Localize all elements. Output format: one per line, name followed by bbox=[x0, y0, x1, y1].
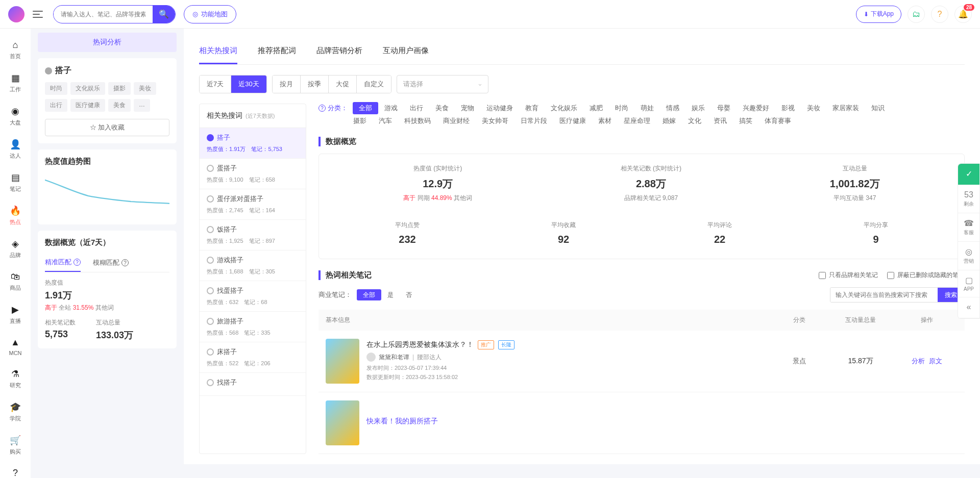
cat-文化[interactable]: 文化 bbox=[682, 115, 707, 127]
nav-item-购买[interactable]: 🛒购买 bbox=[0, 429, 31, 462]
nav-item-学院[interactable]: 🎓学院 bbox=[0, 395, 31, 429]
cat-婚嫁[interactable]: 婚嫁 bbox=[656, 115, 682, 127]
cat-美女帅哥[interactable]: 美女帅哥 bbox=[476, 115, 514, 127]
hot-item[interactable]: 搭子热度值：1.91万 笔记：5,753 bbox=[200, 128, 306, 159]
notes-search-input[interactable] bbox=[830, 288, 938, 302]
cat-医疗健康[interactable]: 医疗健康 bbox=[553, 115, 592, 127]
nav-item-商品[interactable]: 🛍商品 bbox=[0, 265, 31, 298]
main-tab-1[interactable]: 推荐搭配词 bbox=[258, 39, 296, 64]
hot-item[interactable]: 旅游搭子热度值：568 笔记：335 bbox=[200, 312, 306, 342]
cat-汽车[interactable]: 汽车 bbox=[373, 115, 398, 127]
main-tab-0[interactable]: 相关热搜词 bbox=[199, 39, 237, 64]
cat-兴趣爱好[interactable]: 兴趣爱好 bbox=[737, 102, 775, 114]
time-seg-近30天[interactable]: 近30天 bbox=[231, 76, 266, 93]
cat-减肥[interactable]: 减肥 bbox=[583, 102, 609, 114]
cat-影视[interactable]: 影视 bbox=[775, 102, 801, 114]
period-seg-按月[interactable]: 按月 bbox=[273, 76, 301, 93]
time-seg-近7天[interactable]: 近7天 bbox=[200, 76, 231, 93]
cat-科技数码[interactable]: 科技数码 bbox=[398, 115, 437, 127]
tag-时尚[interactable]: 时尚 bbox=[45, 82, 67, 95]
hot-item[interactable]: 游戏搭子热度值：1,688 笔记：305 bbox=[200, 250, 306, 281]
nav-item-直播[interactable]: ▶直播 bbox=[0, 298, 31, 331]
dock-item-2[interactable]: ☎客服 bbox=[958, 213, 979, 242]
note-title[interactable]: 快来看！我的厕所搭子 bbox=[366, 417, 438, 426]
nav-item-工作[interactable]: ▦工作 bbox=[0, 66, 31, 99]
nav-item-研究[interactable]: ⚗研究 bbox=[0, 362, 31, 395]
nav-item-帮助[interactable]: ?帮助 bbox=[0, 462, 31, 464]
subtab-fuzzy[interactable]: 模糊匹配? bbox=[93, 254, 129, 272]
nav-item-MCN[interactable]: ▲MCN bbox=[0, 331, 31, 362]
tag-美食[interactable]: 美食 bbox=[108, 99, 131, 112]
cat-时尚[interactable]: 时尚 bbox=[609, 102, 634, 114]
period-seg-自定义[interactable]: 自定义 bbox=[357, 76, 391, 93]
cat-知识[interactable]: 知识 bbox=[865, 102, 891, 114]
cat-游戏[interactable]: 游戏 bbox=[378, 102, 404, 114]
hot-item[interactable]: 床搭子热度值：522 笔记：206 bbox=[200, 342, 306, 373]
cat-萌娃[interactable]: 萌娃 bbox=[634, 102, 660, 114]
function-map-button[interactable]: ◎功能地图 bbox=[184, 5, 236, 23]
cat-宠物[interactable]: 宠物 bbox=[455, 102, 480, 114]
dock-item-0[interactable]: ✓ bbox=[958, 164, 979, 185]
cat-素材[interactable]: 素材 bbox=[592, 115, 618, 127]
tag-医疗健康[interactable]: 医疗健康 bbox=[70, 99, 105, 112]
nav-item-品牌[interactable]: ◈品牌 bbox=[0, 232, 31, 265]
download-app-button[interactable]: ⬇下载App bbox=[856, 6, 901, 23]
biz-opt-是[interactable]: 是 bbox=[381, 289, 400, 300]
hot-item[interactable]: 蛋搭子热度值：9,100 笔记：658 bbox=[200, 159, 306, 189]
cat-母婴[interactable]: 母婴 bbox=[711, 102, 737, 114]
note-thumbnail[interactable] bbox=[326, 339, 359, 384]
cat-商业财经[interactable]: 商业财经 bbox=[437, 115, 476, 127]
nav-item-热点[interactable]: 🔥热点 bbox=[0, 199, 31, 232]
search-input[interactable] bbox=[54, 11, 153, 18]
cat-运动健身[interactable]: 运动健身 bbox=[480, 102, 519, 114]
cat-教育[interactable]: 教育 bbox=[519, 102, 545, 114]
hot-item[interactable]: 找搭子 bbox=[200, 373, 306, 396]
period-seg-按季[interactable]: 按季 bbox=[301, 76, 329, 93]
subtab-exact[interactable]: 精准匹配? bbox=[45, 254, 81, 272]
cat-娱乐[interactable]: 娱乐 bbox=[685, 102, 711, 114]
dock-item-1[interactable]: 53剩余 bbox=[958, 185, 979, 213]
cat-出行[interactable]: 出行 bbox=[404, 102, 429, 114]
hot-item[interactable]: 蛋仔派对蛋搭子热度值：2,745 笔记：164 bbox=[200, 189, 306, 220]
nav-item-达人[interactable]: 👤达人 bbox=[0, 133, 31, 166]
hot-item[interactable]: 找蛋搭子热度值：632 笔记：68 bbox=[200, 281, 306, 312]
cat-美妆[interactable]: 美妆 bbox=[801, 102, 826, 114]
notifications-button[interactable]: 🔔28 bbox=[954, 6, 972, 23]
cat-全部[interactable]: 全部 bbox=[353, 102, 378, 114]
hot-item[interactable]: 饭搭子热度值：1,925 笔记：897 bbox=[200, 220, 306, 250]
favorite-button[interactable]: ☆ 加入收藏 bbox=[45, 119, 169, 136]
note-thumbnail[interactable] bbox=[326, 400, 359, 445]
nav-item-笔记[interactable]: ▤笔记 bbox=[0, 166, 31, 199]
note-op-原文[interactable]: 原文 bbox=[929, 357, 942, 365]
nav-item-大盘[interactable]: ◉大盘 bbox=[0, 99, 31, 133]
dock-item-3[interactable]: ◎营销 bbox=[958, 242, 979, 270]
cat-体育赛事[interactable]: 体育赛事 bbox=[758, 115, 797, 127]
dock-item-4[interactable]: ▢APP bbox=[958, 270, 979, 297]
tag-摄影[interactable]: 摄影 bbox=[108, 82, 131, 95]
cat-摄影[interactable]: 摄影 bbox=[347, 115, 373, 127]
biz-opt-全部[interactable]: 全部 bbox=[357, 289, 381, 300]
help-button[interactable]: ? bbox=[931, 6, 948, 23]
tag-…[interactable]: … bbox=[134, 99, 150, 112]
tag-文化娱乐[interactable]: 文化娱乐 bbox=[70, 82, 105, 95]
biz-opt-否[interactable]: 否 bbox=[400, 289, 418, 300]
sidebar-tab-hotword[interactable]: 热词分析 bbox=[38, 33, 177, 52]
nav-item-首页[interactable]: ⌂首页 bbox=[0, 34, 31, 66]
note-op-分析[interactable]: 分析 bbox=[912, 357, 925, 365]
dock-item-5[interactable]: « bbox=[958, 297, 979, 318]
note-title[interactable]: 在水上乐园秀恩爱被集体泼水？！ bbox=[366, 340, 474, 349]
menu-toggle-icon[interactable] bbox=[33, 8, 45, 20]
cat-日常片段[interactable]: 日常片段 bbox=[514, 115, 553, 127]
cat-情感[interactable]: 情感 bbox=[660, 102, 685, 114]
cat-搞笑[interactable]: 搞笑 bbox=[733, 115, 758, 127]
filter-select[interactable]: 请选择 bbox=[397, 75, 488, 93]
cat-文化娱乐[interactable]: 文化娱乐 bbox=[545, 102, 583, 114]
main-tab-3[interactable]: 互动用户画像 bbox=[383, 39, 429, 64]
checkbox-brand-only[interactable]: 只看品牌相关笔记 bbox=[819, 271, 878, 280]
cat-星座命理[interactable]: 星座命理 bbox=[618, 115, 656, 127]
search-button[interactable]: 🔍 bbox=[153, 6, 175, 23]
tag-美妆[interactable]: 美妆 bbox=[134, 82, 156, 95]
cat-家居家装[interactable]: 家居家装 bbox=[826, 102, 865, 114]
period-seg-大促[interactable]: 大促 bbox=[329, 76, 357, 93]
main-tab-2[interactable]: 品牌营销分析 bbox=[316, 39, 362, 64]
